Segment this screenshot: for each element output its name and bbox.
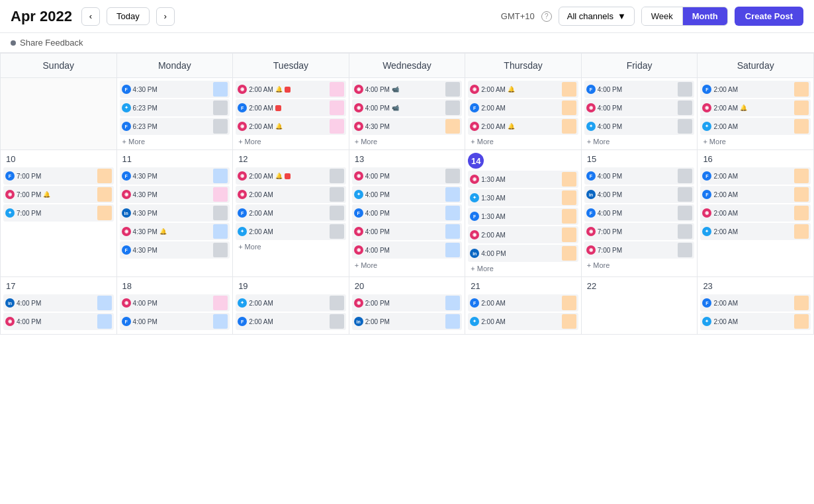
calendar-event[interactable]: F4:00 PM [352,204,463,222]
calendar-event[interactable]: ◉1:30 AM [468,171,578,188]
calendar-event[interactable]: ◉7:00 PM🔔 [3,186,114,203]
tw-social-icon: ✦ [5,208,15,218]
next-btn[interactable]: › [156,7,175,26]
calendar-event[interactable]: ◉4:30 PM [120,186,230,203]
calendar-event[interactable]: ◉2:00 PM [352,294,463,312]
day-number[interactable]: 23 [700,280,715,292]
event-time: 2:00 AM [713,210,738,217]
calendar-event[interactable]: ◉4:30 PM🔔 [120,223,230,240]
calendar-event[interactable]: ◉2:00 AM🔔 [236,81,346,98]
calendar-event[interactable]: F2:00 AM [236,99,346,116]
calendar-event[interactable]: ◉4:00 PM [3,313,114,330]
calendar-event[interactable]: in4:00 PM [468,245,578,262]
calendar-event[interactable]: F7:00 PM [3,167,114,185]
calendar-event[interactable]: F4:00 PM [584,81,695,98]
more-events-link[interactable]: + More [236,136,346,147]
calendar-event[interactable]: ◉7:00 PM [584,241,695,259]
day-number[interactable]: 22 [584,280,599,292]
calendar-event[interactable]: F2:00 AM [700,167,811,185]
stop-icon [285,173,291,179]
week-view-btn[interactable]: Week [642,7,683,25]
event-thumbnail [213,224,228,239]
calendar-event[interactable]: F2:00 AM [700,81,811,98]
calendar-event[interactable]: ✦7:00 PM [3,204,114,222]
calendar-event[interactable]: ✦2:00 AM [236,294,346,312]
calendar-event[interactable]: F4:00 PM [584,204,695,222]
calendar-event[interactable]: ◉4:00 PM [584,99,695,116]
more-events-link[interactable]: + More [584,136,695,147]
prev-btn[interactable]: ‹ [81,7,100,26]
calendar-event[interactable]: F4:30 PM [120,241,230,259]
calendar-event[interactable]: ◉4:00 PM [120,294,230,312]
calendar-event[interactable]: ✦4:00 PM [584,118,695,135]
calendar-event[interactable]: ◉2:00 AM [236,186,346,203]
more-events-link[interactable]: + More [468,136,578,147]
calendar-event[interactable]: ✦2:00 AM [700,118,811,135]
calendar-event[interactable]: in4:00 PM [3,294,114,312]
day-number[interactable]: 13 [352,153,367,165]
calendar-event[interactable]: F4:00 PM [120,313,230,330]
calendar-event[interactable]: ✦4:00 PM [352,186,463,203]
calendar-event[interactable]: ◉4:00 PM [352,223,463,240]
more-events-link[interactable]: + More [584,260,695,271]
calendar-event[interactable]: ◉4:00 PM [352,167,463,185]
calendar-event[interactable]: in4:00 PM [584,186,695,203]
calendar-event[interactable]: F2:00 AM [236,204,346,222]
day-number[interactable]: 14 [468,153,484,169]
day-number[interactable]: 11 [120,153,134,165]
feedback-label[interactable]: Share Feedback [20,38,83,48]
calendar-event[interactable]: F4:30 PM [120,167,230,185]
calendar-event[interactable]: ◉7:00 PM [584,223,695,240]
more-events-link[interactable]: + More [352,136,463,147]
calendar-event[interactable]: ◉4:00 PM📹 [352,99,463,116]
calendar-event[interactable]: ✦2:00 AM [236,223,346,240]
day-number[interactable]: 10 [3,153,18,165]
calendar-event[interactable]: ◉2:00 AM🔔 [236,167,346,185]
calendar-event[interactable]: ✦6:23 PM [120,99,230,116]
more-events-link[interactable]: + More [120,136,230,147]
day-number[interactable]: 15 [584,153,599,165]
calendar-event[interactable]: in2:00 PM [352,313,463,330]
day-number[interactable]: 18 [120,280,134,292]
info-icon[interactable]: ? [541,11,552,22]
calendar-event[interactable]: F2:00 AM [700,294,811,312]
more-events-link[interactable]: + More [468,263,578,274]
calendar-event[interactable]: ✦2:00 AM [700,223,811,240]
calendar-event[interactable]: F6:23 PM [120,118,230,135]
calendar-event[interactable]: ◉4:30 PM [352,118,463,135]
calendar-event[interactable]: F2:00 AM [236,313,346,330]
bell-icon: 🔔 [740,105,747,111]
calendar-event[interactable]: F2:00 AM [468,294,578,312]
day-number[interactable]: 21 [468,280,482,292]
more-events-link[interactable]: + More [352,260,463,271]
more-events-link[interactable]: + More [700,136,811,147]
event-thumbnail [794,169,809,183]
channels-btn[interactable]: All channels ▼ [559,7,635,26]
day-number[interactable]: 17 [3,280,18,292]
day-number[interactable]: 20 [352,280,367,292]
calendar-event[interactable]: F1:30 AM [468,208,578,225]
day-number[interactable]: 19 [236,280,250,292]
calendar-event[interactable]: F4:30 PM [120,81,230,98]
month-view-btn[interactable]: Month [683,7,727,25]
calendar-event[interactable]: ◉4:00 PM [352,241,463,259]
calendar-event[interactable]: F2:00 AM [468,99,578,116]
today-btn[interactable]: Today [107,7,150,25]
more-events-link[interactable]: + More [236,241,346,252]
calendar-event[interactable]: ◉2:00 AM [468,226,578,243]
calendar-event[interactable]: in4:30 PM [120,204,230,222]
calendar-event[interactable]: ✦2:00 AM [468,313,578,330]
calendar-event[interactable]: ✦2:00 AM [700,313,811,330]
calendar-event[interactable]: F4:00 PM [584,167,695,185]
calendar-event[interactable]: ◉2:00 AM🔔 [700,99,811,116]
day-number[interactable]: 16 [700,153,715,165]
calendar-event[interactable]: ◉2:00 AM🔔 [236,118,346,135]
create-post-btn[interactable]: Create Post [735,7,803,26]
calendar-event[interactable]: ◉4:00 PM📹 [352,81,463,98]
calendar-event[interactable]: ◉2:00 AM [700,204,811,222]
calendar-event[interactable]: F2:00 AM [700,186,811,203]
calendar-event[interactable]: ◉2:00 AM🔔 [468,118,578,135]
day-number[interactable]: 12 [236,153,250,165]
calendar-event[interactable]: ◉2:00 AM🔔 [468,81,578,98]
calendar-event[interactable]: ✦1:30 AM [468,189,578,206]
